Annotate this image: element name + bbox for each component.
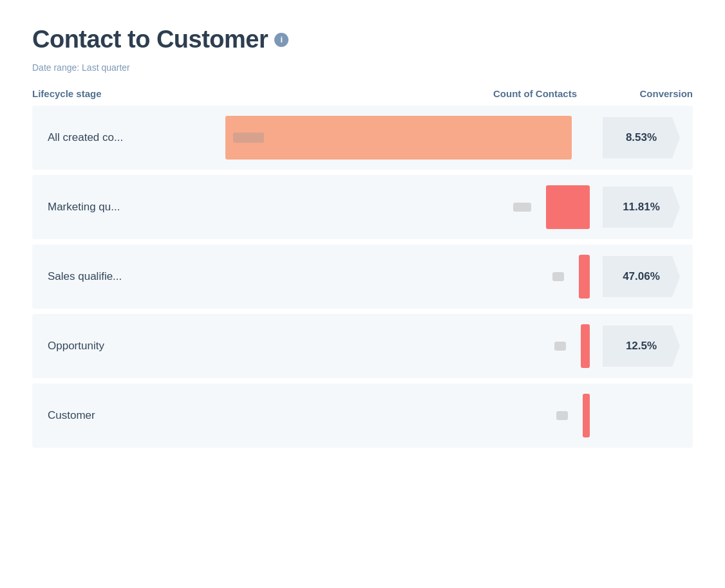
col-header-contacts: Count of Contacts <box>225 88 590 99</box>
conversion-value: 11.81% <box>623 201 660 214</box>
bar-fill <box>579 255 590 299</box>
row-label: Customer <box>32 396 225 435</box>
conversion-value: 47.06% <box>623 270 660 283</box>
row-label: All created co... <box>32 118 225 157</box>
bar-value-hidden <box>556 411 568 420</box>
bar-cell <box>225 314 590 378</box>
conversion-value: 12.5% <box>626 340 657 353</box>
funnel-table: Lifecycle stage Count of Contacts Conver… <box>32 88 693 448</box>
date-range: Date range: Last quarter <box>32 62 693 73</box>
conversion-cell: 8.53% <box>590 106 693 170</box>
row-label: Marketing qu... <box>32 188 225 226</box>
table-body: All created co...8.53%Marketing qu...11.… <box>32 106 693 448</box>
bar-cell <box>225 383 590 448</box>
chevron-badge: 12.5% <box>603 326 680 367</box>
bar-cell <box>225 106 590 170</box>
bar-value-hidden <box>554 342 566 351</box>
table-row-row-1[interactable]: Marketing qu...11.81% <box>32 175 693 239</box>
table-header: Lifecycle stage Count of Contacts Conver… <box>32 88 693 106</box>
chevron-badge: 47.06% <box>603 256 680 297</box>
conversion-value: 8.53% <box>626 131 657 144</box>
date-range-value: Last quarter <box>82 62 130 73</box>
info-icon[interactable]: i <box>274 33 288 47</box>
row-label: Sales qualifie... <box>32 257 225 296</box>
table-row-row-2[interactable]: Sales qualifie...47.06% <box>32 244 693 309</box>
bar-fill <box>583 394 590 437</box>
bar-value-hidden <box>513 203 531 212</box>
col-header-lifecycle: Lifecycle stage <box>32 88 225 99</box>
title-row: Contact to Customer i <box>32 26 693 53</box>
row-label: Opportunity <box>32 327 225 365</box>
table-row-row-3[interactable]: Opportunity12.5% <box>32 314 693 378</box>
page-title: Contact to Customer <box>32 26 268 53</box>
chevron-badge: 11.81% <box>603 187 680 228</box>
bar-fill <box>581 324 590 368</box>
bar-cell <box>225 175 590 239</box>
bar-fill <box>546 185 590 229</box>
bar-cell <box>225 244 590 309</box>
bar-value-hidden <box>552 272 564 281</box>
bar-value-hidden <box>233 133 264 143</box>
col-header-conversion: Conversion <box>590 88 693 99</box>
table-row-row-0[interactable]: All created co...8.53% <box>32 106 693 170</box>
conversion-cell: 12.5% <box>590 314 693 378</box>
table-row-row-4[interactable]: Customer <box>32 383 693 448</box>
chevron-badge: 8.53% <box>603 117 680 158</box>
conversion-cell: 47.06% <box>590 244 693 309</box>
conversion-cell: 11.81% <box>590 175 693 239</box>
